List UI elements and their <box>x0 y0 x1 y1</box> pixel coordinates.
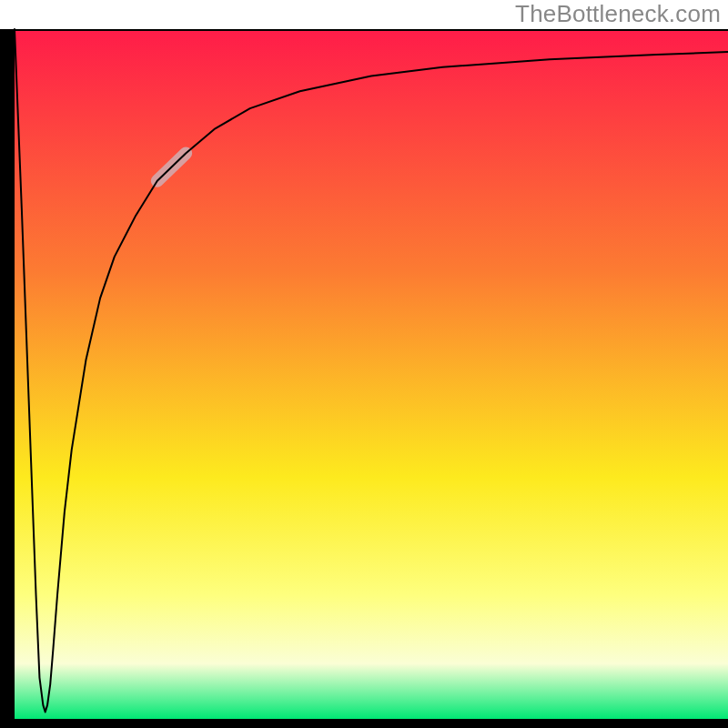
watermark-text: TheBottleneck.com <box>515 0 721 28</box>
plot-background <box>15 29 728 719</box>
plot-border-top <box>15 29 728 31</box>
chart-canvas: TheBottleneck.com <box>0 0 728 728</box>
chart-svg <box>0 0 728 728</box>
plot-border-bottom <box>0 719 728 728</box>
plot-border-left <box>0 29 15 728</box>
